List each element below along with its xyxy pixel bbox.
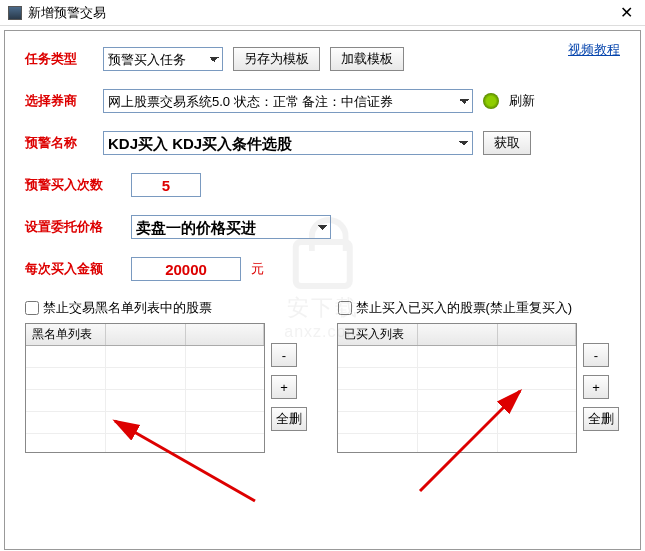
blacklist-remove-button[interactable]: - xyxy=(271,343,297,367)
bought-remove-button[interactable]: - xyxy=(583,343,609,367)
blacklist-block: 黑名单列表 - + 全删 xyxy=(25,323,307,453)
bought-clear-button[interactable]: 全删 xyxy=(583,407,619,431)
no-repeat-check-label: 禁止买入已买入的股票(禁止重复买入) xyxy=(356,299,573,317)
blacklist-clear-button[interactable]: 全删 xyxy=(271,407,307,431)
price-setting-select[interactable]: 卖盘一的价格买进 xyxy=(131,215,331,239)
bought-grid[interactable]: 已买入列表 xyxy=(337,323,577,453)
alert-name-label: 预警名称 xyxy=(25,134,93,152)
task-type-label: 任务类型 xyxy=(25,50,93,68)
blacklist-check-label: 禁止交易黑名单列表中的股票 xyxy=(43,299,212,317)
task-type-select[interactable]: 预警买入任务 xyxy=(103,47,223,71)
window-title: 新增预警交易 xyxy=(28,4,106,22)
blacklist-add-button[interactable]: + xyxy=(271,375,297,399)
blacklist-body[interactable] xyxy=(26,346,264,453)
bought-header: 已买入列表 xyxy=(338,324,418,345)
amount-label: 每次买入金额 xyxy=(25,260,121,278)
bought-add-button[interactable]: + xyxy=(583,375,609,399)
fetch-button[interactable]: 获取 xyxy=(483,131,531,155)
bought-block: 已买入列表 - + 全删 xyxy=(337,323,619,453)
no-repeat-checkbox-row[interactable]: 禁止买入已买入的股票(禁止重复买入) xyxy=(338,299,621,317)
refresh-icon xyxy=(483,93,499,109)
titlebar: 新增预警交易 ✕ xyxy=(0,0,645,26)
blacklist-checkbox[interactable] xyxy=(25,301,39,315)
dialog-content: 视频教程 任务类型 预警买入任务 另存为模板 加载模板 选择券商 网上股票交易系… xyxy=(4,30,641,550)
video-tutorial-link[interactable]: 视频教程 xyxy=(568,41,620,59)
amount-input[interactable] xyxy=(131,257,241,281)
buy-count-label: 预警买入次数 xyxy=(25,176,121,194)
blacklist-checkbox-row[interactable]: 禁止交易黑名单列表中的股票 xyxy=(25,299,308,317)
alert-name-select[interactable]: KDJ买入 KDJ买入条件选股 xyxy=(103,131,473,155)
save-template-button[interactable]: 另存为模板 xyxy=(233,47,320,71)
broker-label: 选择券商 xyxy=(25,92,93,110)
close-icon[interactable]: ✕ xyxy=(616,3,637,22)
amount-unit: 元 xyxy=(251,260,264,278)
load-template-button[interactable]: 加载模板 xyxy=(330,47,404,71)
buy-count-input[interactable] xyxy=(131,173,201,197)
blacklist-header: 黑名单列表 xyxy=(26,324,106,345)
blacklist-grid[interactable]: 黑名单列表 xyxy=(25,323,265,453)
no-repeat-checkbox[interactable] xyxy=(338,301,352,315)
broker-select[interactable]: 网上股票交易系统5.0 状态：正常 备注：中信证券 xyxy=(103,89,473,113)
bought-body[interactable] xyxy=(338,346,576,453)
refresh-button[interactable]: 刷新 xyxy=(509,92,535,110)
price-setting-label: 设置委托价格 xyxy=(25,218,121,236)
app-icon xyxy=(8,6,22,20)
